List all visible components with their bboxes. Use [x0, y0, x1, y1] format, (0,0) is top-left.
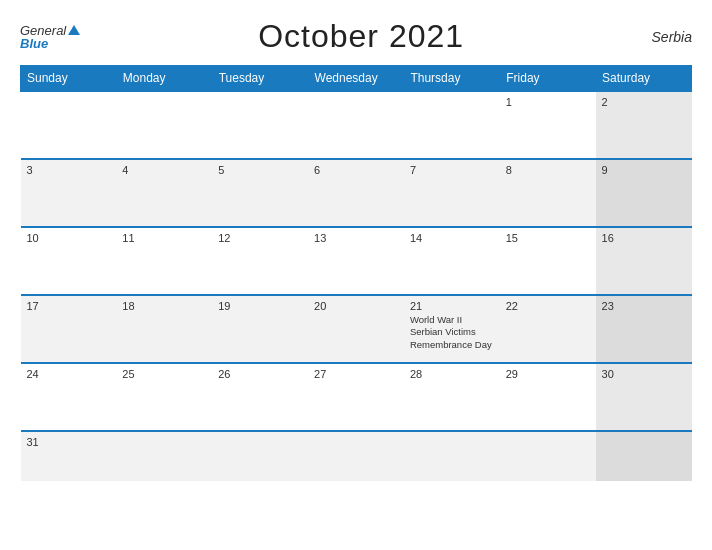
calendar-cell: 31 [21, 431, 117, 481]
day-number: 15 [506, 232, 590, 244]
col-wednesday: Wednesday [308, 66, 404, 92]
calendar-cell: 20 [308, 295, 404, 363]
calendar-cell: 14 [404, 227, 500, 295]
calendar-cell: 26 [212, 363, 308, 431]
col-monday: Monday [116, 66, 212, 92]
calendar-cell: 12 [212, 227, 308, 295]
calendar-cell [404, 431, 500, 481]
calendar-cell [308, 91, 404, 159]
col-saturday: Saturday [596, 66, 692, 92]
calendar-cell: 1 [500, 91, 596, 159]
calendar-cell: 10 [21, 227, 117, 295]
calendar-cell: 5 [212, 159, 308, 227]
day-number: 13 [314, 232, 398, 244]
day-number: 6 [314, 164, 398, 176]
day-number: 7 [410, 164, 494, 176]
calendar-cell: 24 [21, 363, 117, 431]
calendar-week-3: 10111213141516 [21, 227, 692, 295]
calendar-cell: 21World War II Serbian Victims Remembran… [404, 295, 500, 363]
day-number: 23 [602, 300, 686, 312]
logo-triangle-icon [68, 25, 80, 35]
day-number: 25 [122, 368, 206, 380]
day-number: 3 [27, 164, 111, 176]
logo: General Blue [20, 24, 80, 50]
day-number: 28 [410, 368, 494, 380]
event-text: World War II Serbian Victims Remembrance… [410, 314, 494, 351]
col-tuesday: Tuesday [212, 66, 308, 92]
day-number: 5 [218, 164, 302, 176]
calendar-cell: 18 [116, 295, 212, 363]
day-number: 19 [218, 300, 302, 312]
calendar-header-row: Sunday Monday Tuesday Wednesday Thursday… [21, 66, 692, 92]
day-number: 18 [122, 300, 206, 312]
logo-general-text: General [20, 24, 80, 37]
day-number: 24 [27, 368, 111, 380]
calendar-week-6: 31 [21, 431, 692, 481]
page: General Blue October 2021 Serbia Sunday … [0, 0, 712, 550]
day-number: 22 [506, 300, 590, 312]
country-label: Serbia [642, 29, 692, 45]
calendar-week-2: 3456789 [21, 159, 692, 227]
calendar-week-1: 12 [21, 91, 692, 159]
calendar-cell: 15 [500, 227, 596, 295]
calendar-title: October 2021 [258, 18, 464, 55]
calendar-cell [308, 431, 404, 481]
calendar-cell: 3 [21, 159, 117, 227]
calendar-cell: 27 [308, 363, 404, 431]
day-number: 14 [410, 232, 494, 244]
day-number: 20 [314, 300, 398, 312]
calendar-cell: 19 [212, 295, 308, 363]
calendar-cell: 7 [404, 159, 500, 227]
day-number: 31 [27, 436, 111, 448]
calendar-cell: 17 [21, 295, 117, 363]
day-number: 29 [506, 368, 590, 380]
calendar-cell [596, 431, 692, 481]
calendar-cell: 6 [308, 159, 404, 227]
day-number: 1 [506, 96, 590, 108]
calendar-table: Sunday Monday Tuesday Wednesday Thursday… [20, 65, 692, 481]
calendar-cell: 29 [500, 363, 596, 431]
calendar-cell [116, 91, 212, 159]
calendar-cell: 30 [596, 363, 692, 431]
calendar-week-4: 1718192021World War II Serbian Victims R… [21, 295, 692, 363]
calendar-week-5: 24252627282930 [21, 363, 692, 431]
calendar-cell: 16 [596, 227, 692, 295]
day-number: 4 [122, 164, 206, 176]
day-number: 30 [602, 368, 686, 380]
day-number: 8 [506, 164, 590, 176]
day-number: 2 [602, 96, 686, 108]
calendar-cell: 23 [596, 295, 692, 363]
calendar-cell: 28 [404, 363, 500, 431]
col-thursday: Thursday [404, 66, 500, 92]
header: General Blue October 2021 Serbia [20, 18, 692, 55]
day-number: 12 [218, 232, 302, 244]
calendar-cell: 25 [116, 363, 212, 431]
calendar-cell [116, 431, 212, 481]
logo-blue-text: Blue [20, 37, 48, 50]
day-number: 9 [602, 164, 686, 176]
calendar-cell: 9 [596, 159, 692, 227]
calendar-cell: 4 [116, 159, 212, 227]
calendar-cell [212, 91, 308, 159]
col-friday: Friday [500, 66, 596, 92]
day-number: 16 [602, 232, 686, 244]
calendar-cell [500, 431, 596, 481]
calendar-cell [404, 91, 500, 159]
calendar-cell: 2 [596, 91, 692, 159]
col-sunday: Sunday [21, 66, 117, 92]
day-number: 21 [410, 300, 494, 312]
calendar-cell: 22 [500, 295, 596, 363]
calendar-cell: 11 [116, 227, 212, 295]
day-number: 11 [122, 232, 206, 244]
calendar-cell [21, 91, 117, 159]
calendar-cell [212, 431, 308, 481]
day-number: 17 [27, 300, 111, 312]
calendar-cell: 8 [500, 159, 596, 227]
calendar-cell: 13 [308, 227, 404, 295]
day-number: 27 [314, 368, 398, 380]
day-number: 10 [27, 232, 111, 244]
day-number: 26 [218, 368, 302, 380]
